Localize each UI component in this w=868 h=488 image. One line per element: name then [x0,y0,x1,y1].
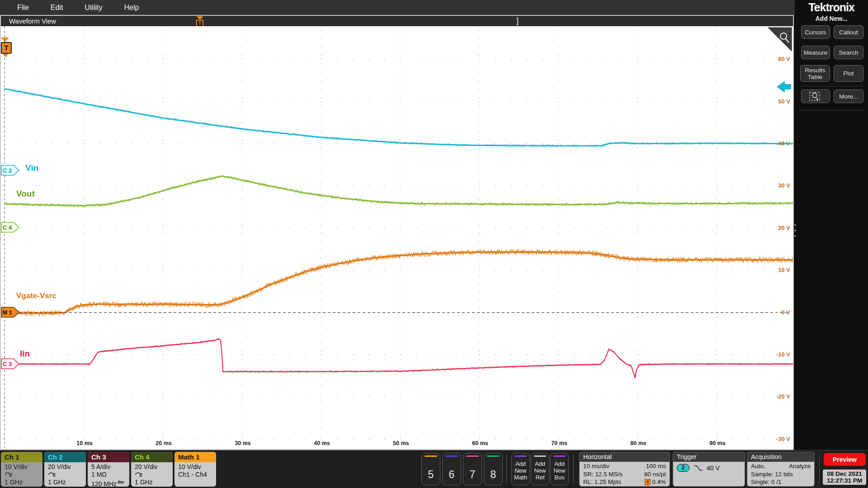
channel-setting-row [48,471,86,479]
channel-settings: 10 V/divCh1 - Ch4 [175,462,216,479]
bottombar-divider [819,454,820,484]
plot-zoom-corner-icon[interactable] [768,28,792,51]
waveform-view-titlebar[interactable]: Waveform View [1,16,793,26]
y-axis-label: 20 V [763,225,790,231]
tektronix-logo: Tektronix [795,1,868,14]
sidebar-button-measure[interactable]: Measure [801,46,830,59]
add-new-math-button[interactable]: AddNewMath [511,453,530,485]
y-axis-label: 10 V [763,267,790,273]
preview-button[interactable]: Preview [824,453,866,466]
acquisition-value-left: Sample: 12 bits [751,470,793,479]
slot-number: 8 [484,469,502,481]
sidebar-button-more[interactable]: More... [834,89,863,103]
add-button-stripe [553,455,566,457]
x-axis-label: 10 ms [76,440,92,446]
panel-splitter-handle[interactable] [794,221,797,235]
horizontal-row: RL: 1.25 MptsT0.4% [583,478,666,486]
svg-text:C 2: C 2 [3,167,12,174]
channel-setting-row: 10 V/div [178,463,216,471]
menu-item-help[interactable]: Help [119,4,143,12]
trigger-settings-row: 240 V [677,464,741,472]
y-axis-label: -10 V [763,351,790,358]
slot-color-stripe [487,455,500,457]
x-axis-label: 60 ms [472,440,488,446]
horizontal-value-left: RL: 1.25 Mpts [583,478,621,486]
channel-settings: 10 V/div1 GHz [1,462,42,486]
channel-slot-button-6[interactable]: 6 [442,453,461,485]
sidebar-button-cursors[interactable]: Cursors [801,25,830,39]
channel-setting-row: Ch1 - Ch4 [178,471,216,479]
sidebar-button-callout[interactable]: Callout [834,25,863,39]
channel-name: Ch 1 [1,452,42,462]
trigger-position-icon: T [645,479,651,485]
grid [5,30,789,446]
channel-settings: 5 A/div1 MΩ120 MHz Bw [88,462,129,487]
channel-setting-row: 5 A/div [91,463,129,471]
y-axis-label: 30 V [763,182,790,189]
sidebar-divider [799,86,863,86]
trace-label-iin: Iin [20,349,30,359]
channel-name: Ch 3 [88,452,129,462]
time-text: 12:27:31 PM [823,477,866,484]
sidebar-button-search[interactable]: Search [834,46,863,59]
waveform-plot-area[interactable]: T 60 V50 V40 V30 V20 V10 V0 V-10 V-20 V-… [1,26,793,449]
menu-bar: FileEditUtilityHelp [0,0,795,15]
add-button-label: AddNewBus [551,460,568,481]
channel-badge-c4[interactable]: C 4 [1,222,20,233]
menu-item-edit[interactable]: Edit [46,4,68,12]
waveform-svg [1,26,793,449]
channel-name: Math 1 [175,452,216,462]
date-text: 08 Dec 2021 [823,470,866,477]
channel-config-ch2[interactable]: Ch 220 V/div1 GHz [44,452,86,487]
horizontal-value-right: T0.4% [645,478,666,486]
channel-config-ch3[interactable]: Ch 35 A/div1 MΩ120 MHz Bw [88,452,129,487]
trace-vin[interactable] [5,88,793,147]
acquisition-panel[interactable]: AcquisitionAuto,AnalyzeSample: 12 bitsSi… [747,452,815,487]
zoom-region-icon [809,91,822,101]
channel-config-ch4[interactable]: Ch 420 V/div1 GHz [131,452,173,487]
trace-vout[interactable] [5,175,793,207]
channel-name: Ch 4 [131,452,173,462]
channel-badge-c2[interactable]: C 2 [1,165,20,176]
sidebar-button-results-table[interactable]: Results Table [800,65,830,82]
add-new-ref-button[interactable]: AddNewRef [531,453,549,485]
channel-badge-m1[interactable]: M 1 [1,307,20,318]
x-axis-label: 40 ms [314,440,330,446]
acquisition-panel-title: Acquisition [747,452,814,462]
trigger-panel-body: 240 V [673,462,745,472]
svg-text:M 1: M 1 [2,309,12,316]
sidebar-button-plot[interactable]: Plot [834,65,863,82]
channel-config-math1[interactable]: Math 110 V/divCh1 - Ch4 [175,452,216,487]
trigger-level-arrow-icon[interactable] [777,81,791,93]
channel-setting-row: 20 V/div [135,463,173,471]
trace-vgate-vsrc[interactable] [5,249,793,316]
y-axis-label: -30 V [763,436,790,442]
add-new-bus-button[interactable]: AddNewBus [550,453,569,485]
horizontal-panel[interactable]: Horizontal10 ms/div100 msSR: 12.5 MS/s80… [579,452,670,487]
menu-item-file[interactable]: File [13,4,33,12]
menu-item-utility[interactable]: Utility [80,4,107,12]
horizontal-row: SR: 12.5 MS/s80 ns/pt [583,470,666,479]
waveform-view-panel: Waveform View T ] T 60 V50 V40 V30 V20 V… [0,15,794,450]
acquisition-value-left: Auto, [751,462,765,470]
horizontal-panel-body: 10 ms/div100 msSR: 12.5 MS/s80 ns/ptRL: … [580,462,670,486]
x-axis-label: 50 ms [393,440,409,446]
right-sidebar: Tektronix Add New... CursorsCalloutMeasu… [795,0,868,450]
bottombar-divider [573,454,574,484]
channel-slot-button-7[interactable]: 7 [463,453,482,485]
acquisition-value-left: Single: 0 /1 [751,478,782,486]
trace-label-vout: Vout [16,189,35,199]
datetime-display: 08 Dec 2021 12:27:31 PM [823,469,866,485]
channel-config-ch1[interactable]: Ch 110 V/div1 GHz [1,452,42,487]
add-button-label: AddNewMath [512,460,529,481]
trace-label-vin: Vin [25,163,38,173]
trigger-panel[interactable]: Trigger240 V [673,452,745,487]
zoom-region-button[interactable] [801,89,830,103]
acquisition-value-right: Analyze [789,462,811,470]
expansion-bracket: ] [516,16,519,26]
channel-slot-button-5[interactable]: 5 [421,453,440,485]
trace-iin[interactable] [5,338,793,378]
channel-setting-row: 10 V/div [5,463,42,471]
channel-slot-button-8[interactable]: 8 [484,453,503,485]
channel-badge-c3[interactable]: C 3 [1,358,20,369]
